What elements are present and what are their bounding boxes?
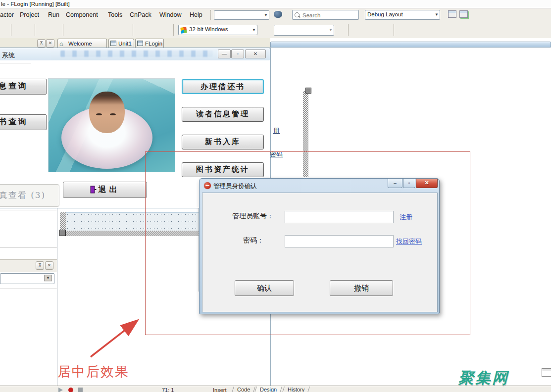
- menu-item-project[interactable]: Project: [20, 11, 39, 18]
- exit-label: 退出: [99, 185, 120, 194]
- reader-info-button[interactable]: 读者信息管理: [182, 107, 264, 122]
- dialog-body: 管理员账号： 注册 密码： 找回密码 确认 撤销: [202, 193, 438, 312]
- screen: le - FLogin [Running] [Built] actor Proj…: [0, 0, 551, 392]
- admin-login-dialog: 管理员身份确认 – ▫ ✕ 管理员账号： 注册 密码： 找回密码 确认 撤销: [199, 178, 440, 314]
- dock-header-bar: [270, 42, 551, 48]
- menu-underline: [0, 63, 31, 63]
- preview-counter: 真查看 (3): [0, 184, 59, 207]
- ide-title: le - FLogin [Running] [Built]: [1, 1, 70, 7]
- eye: [110, 113, 116, 115]
- menu-item-help[interactable]: Help: [190, 11, 202, 18]
- view-tab-design[interactable]: Design: [254, 387, 282, 392]
- ide-menubar: actor Project Run Component Tools CnPack…: [0, 9, 551, 22]
- tab-flogin[interactable]: FLogin: [135, 39, 164, 48]
- tab-label: FLogin: [145, 41, 162, 47]
- borrow-return-button[interactable]: 办理借还书: [182, 79, 264, 94]
- pin-icon[interactable]: ⊼: [37, 39, 46, 48]
- record-icon[interactable]: [68, 388, 73, 392]
- password-label: 密码：: [243, 236, 264, 245]
- layout-selector[interactable]: Debug Layout ▼: [365, 10, 440, 20]
- cancel-button[interactable]: 撤销: [330, 280, 393, 296]
- chevron-down-icon: ▼: [252, 27, 256, 32]
- recover-password-link[interactable]: 找回密码: [396, 237, 422, 246]
- divider: [0, 247, 57, 248]
- password-input[interactable]: [285, 235, 394, 247]
- view-tab-code[interactable]: Code: [232, 387, 255, 392]
- view-tab-history[interactable]: History: [282, 387, 310, 392]
- platform-selector-value: 32-bit Windows: [189, 26, 228, 32]
- save-desktop-icon[interactable]: [448, 10, 456, 18]
- divider: [0, 210, 57, 210]
- chevron-down-icon: ▼: [264, 12, 268, 17]
- close-icon[interactable]: ✕: [245, 49, 266, 58]
- object-selector-combo[interactable]: ▼: [0, 273, 54, 284]
- insert-mode: Insert: [213, 387, 227, 392]
- account-label: 管理员账号：: [232, 212, 274, 221]
- menu-item-tools[interactable]: Tools: [108, 11, 122, 18]
- new-book-button[interactable]: 新书入库: [182, 135, 264, 149]
- selection-handle[interactable]: [305, 88, 311, 94]
- selection-hatch: [60, 212, 66, 231]
- chevron-down-icon: ▼: [44, 275, 52, 281]
- chevron-down-icon: ▼: [329, 28, 333, 32]
- close-icon[interactable]: ✕: [45, 261, 53, 270]
- confirm-button[interactable]: 确认: [235, 280, 294, 296]
- form-icon: [137, 41, 143, 46]
- register-label-clipped: 册: [273, 126, 280, 135]
- pin-icon[interactable]: ⊼: [36, 261, 44, 270]
- menu-item-run[interactable]: Run: [48, 11, 59, 18]
- stop-icon[interactable]: [78, 388, 83, 392]
- close-icon[interactable]: ✕: [416, 179, 438, 188]
- ide-toolbar: ▼ ▼ 32-bit Windows ▼ ▼ ⟳ ▼ ▼: [0, 22, 551, 38]
- minimize-icon[interactable]: –: [388, 179, 402, 188]
- form-icon: [110, 41, 116, 46]
- title-smudge: [60, 50, 213, 57]
- tab-unit1[interactable]: Unit1: [108, 39, 134, 48]
- run-icon[interactable]: [58, 388, 63, 392]
- separator: [210, 10, 211, 20]
- object-inspector-header: ⊼ ✕: [0, 259, 57, 272]
- maximize-icon[interactable]: ▫: [403, 179, 415, 188]
- close-tab-icon[interactable]: ✕: [46, 39, 54, 48]
- app-logo-icon: [204, 182, 211, 189]
- window-icon: [542, 368, 551, 377]
- admin-account-input[interactable]: [285, 211, 394, 223]
- app-titlebar: — ▫ ✕: [0, 48, 270, 60]
- search-input[interactable]: [301, 11, 358, 19]
- annotation-text: 居中后效果: [57, 363, 129, 381]
- chevron-down-icon: ▼: [435, 12, 439, 17]
- minimize-icon[interactable]: —: [218, 49, 231, 58]
- platform-selector[interactable]: 32-bit Windows ▼: [178, 25, 257, 35]
- baby-face: [89, 92, 125, 133]
- info-query-button[interactable]: 息查询: [0, 79, 47, 95]
- selection-handle[interactable]: [59, 230, 66, 236]
- tab-welcome-page[interactable]: ⌂ Welcome Page: [57, 39, 107, 48]
- app-menu-system[interactable]: 系统: [2, 51, 15, 60]
- desktop-speed-combo[interactable]: ▼: [214, 10, 269, 20]
- menu-item-component[interactable]: Component: [66, 11, 98, 18]
- menu-item-cnpack[interactable]: CnPack: [130, 11, 151, 18]
- search-box: [292, 10, 359, 20]
- tab-label: Unit1: [118, 41, 132, 47]
- register-link[interactable]: 注册: [400, 213, 412, 222]
- set-debug-desktop-icon[interactable]: [459, 10, 468, 18]
- caret-position: 71: 1: [162, 387, 174, 392]
- exit-door-icon: [90, 186, 97, 194]
- ide-titlebar: le - FLogin [Running] [Built]: [0, 0, 551, 8]
- divider: [0, 289, 57, 289]
- windows-logo-icon: [180, 27, 187, 34]
- site-watermark: 聚集网: [458, 368, 509, 389]
- maximize-icon[interactable]: ▫: [231, 49, 244, 58]
- menu-item-window[interactable]: Window: [159, 11, 181, 18]
- search-icon: [295, 12, 300, 18]
- pane-divider: [57, 208, 57, 386]
- dialog-title: 管理员身份确认: [213, 182, 257, 191]
- annotation-arrow: [82, 313, 149, 363]
- globe-icon[interactable]: [274, 11, 282, 18]
- unit-selector[interactable]: ▼: [274, 25, 334, 36]
- menu-item-refactor[interactable]: actor: [0, 11, 14, 18]
- book-query-button[interactable]: 书查询: [0, 114, 47, 130]
- eye: [96, 113, 102, 115]
- exit-button[interactable]: 退出: [63, 182, 147, 198]
- layout-selector-value: Debug Layout: [367, 11, 403, 17]
